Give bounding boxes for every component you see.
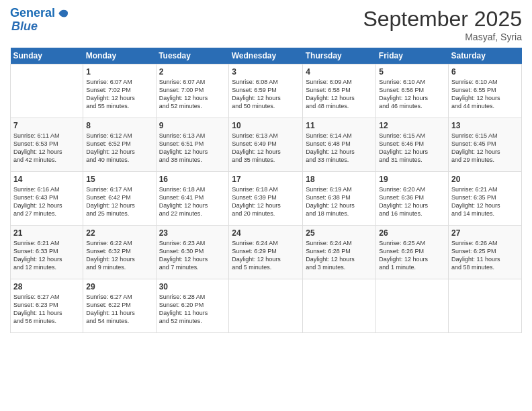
day-number: 6 (451, 67, 519, 77)
day-number: 3 (232, 67, 300, 77)
day-info: Sunrise: 6:28 AM Sunset: 6:20 PM Dayligh… (159, 293, 226, 326)
day-number: 30 (159, 282, 226, 291)
day-info: Sunrise: 6:25 AM Sunset: 6:26 PM Dayligh… (379, 239, 445, 272)
day-cell: 15Sunrise: 6:17 AM Sunset: 6:42 PM Dayli… (83, 172, 156, 226)
day-info: Sunrise: 6:12 AM Sunset: 6:52 PM Dayligh… (86, 132, 152, 165)
day-cell: 28Sunrise: 6:27 AM Sunset: 6:23 PM Dayli… (11, 279, 83, 333)
day-number: 21 (13, 228, 80, 238)
day-number: 1 (86, 67, 152, 77)
location: Masyaf, Syria (363, 32, 522, 42)
calendar-table: SundayMondayTuesdayWednesdayThursdayFrid… (10, 48, 522, 333)
day-info: Sunrise: 6:09 AM Sunset: 6:58 PM Dayligh… (306, 78, 373, 111)
day-number: 20 (451, 175, 519, 184)
day-cell: 25Sunrise: 6:24 AM Sunset: 6:28 PM Dayli… (303, 226, 376, 279)
day-number: 13 (451, 121, 519, 130)
day-info: Sunrise: 6:26 AM Sunset: 6:25 PM Dayligh… (451, 239, 519, 272)
day-cell: 26Sunrise: 6:25 AM Sunset: 6:26 PM Dayli… (376, 226, 449, 279)
logo-line2: Blue (11, 20, 38, 34)
week-row-3: 14Sunrise: 6:16 AM Sunset: 6:43 PM Dayli… (11, 172, 522, 226)
day-info: Sunrise: 6:23 AM Sunset: 6:30 PM Dayligh… (159, 239, 226, 272)
day-number: 7 (13, 121, 80, 130)
logo-text: General (10, 7, 55, 20)
logo: General Blue (10, 7, 70, 34)
day-info: Sunrise: 6:24 AM Sunset: 6:28 PM Dayligh… (306, 239, 373, 272)
day-info: Sunrise: 6:27 AM Sunset: 6:23 PM Dayligh… (13, 293, 80, 326)
day-cell: 27Sunrise: 6:26 AM Sunset: 6:25 PM Dayli… (449, 226, 522, 279)
day-info: Sunrise: 6:08 AM Sunset: 6:59 PM Dayligh… (232, 78, 300, 111)
day-cell (229, 279, 303, 333)
day-info: Sunrise: 6:19 AM Sunset: 6:38 PM Dayligh… (306, 185, 373, 218)
weekday-header-friday: Friday (376, 48, 449, 64)
day-number: 5 (379, 67, 445, 77)
page-container: General Blue September 2025 Masyaf, Syri… (0, 0, 532, 340)
day-number: 29 (86, 282, 152, 291)
day-info: Sunrise: 6:18 AM Sunset: 6:41 PM Dayligh… (159, 185, 226, 218)
day-cell: 19Sunrise: 6:20 AM Sunset: 6:36 PM Dayli… (376, 172, 449, 226)
day-info: Sunrise: 6:21 AM Sunset: 6:35 PM Dayligh… (451, 185, 519, 218)
day-number: 19 (379, 175, 445, 184)
page-header: General Blue September 2025 Masyaf, Syri… (10, 7, 522, 42)
day-number: 24 (232, 228, 300, 238)
day-cell (376, 279, 449, 333)
day-cell: 17Sunrise: 6:18 AM Sunset: 6:39 PM Dayli… (229, 172, 303, 226)
day-cell: 21Sunrise: 6:21 AM Sunset: 6:33 PM Dayli… (11, 226, 83, 279)
day-cell: 14Sunrise: 6:16 AM Sunset: 6:43 PM Dayli… (11, 172, 83, 226)
day-cell: 4Sunrise: 6:09 AM Sunset: 6:58 PM Daylig… (303, 64, 376, 118)
day-cell: 22Sunrise: 6:22 AM Sunset: 6:32 PM Dayli… (83, 226, 156, 279)
month-title: September 2025 (363, 7, 522, 32)
day-cell: 30Sunrise: 6:28 AM Sunset: 6:20 PM Dayli… (156, 279, 229, 333)
weekday-header-saturday: Saturday (449, 48, 522, 64)
day-number: 25 (306, 228, 373, 238)
day-number: 11 (306, 121, 373, 130)
day-number: 27 (451, 228, 519, 238)
day-cell: 20Sunrise: 6:21 AM Sunset: 6:35 PM Dayli… (449, 172, 522, 226)
day-number: 12 (379, 121, 445, 130)
day-info: Sunrise: 6:16 AM Sunset: 6:43 PM Dayligh… (13, 185, 80, 218)
week-row-2: 7Sunrise: 6:11 AM Sunset: 6:53 PM Daylig… (11, 118, 522, 172)
day-cell: 3Sunrise: 6:08 AM Sunset: 6:59 PM Daylig… (229, 64, 303, 118)
day-info: Sunrise: 6:18 AM Sunset: 6:39 PM Dayligh… (232, 185, 300, 218)
day-cell: 24Sunrise: 6:24 AM Sunset: 6:29 PM Dayli… (229, 226, 303, 279)
day-cell: 7Sunrise: 6:11 AM Sunset: 6:53 PM Daylig… (11, 118, 83, 172)
day-info: Sunrise: 6:27 AM Sunset: 6:22 PM Dayligh… (86, 293, 152, 326)
day-number: 28 (13, 282, 80, 291)
day-cell: 8Sunrise: 6:12 AM Sunset: 6:52 PM Daylig… (83, 118, 156, 172)
weekday-header-row: SundayMondayTuesdayWednesdayThursdayFrid… (11, 48, 522, 64)
day-cell (449, 279, 522, 333)
day-cell: 11Sunrise: 6:14 AM Sunset: 6:48 PM Dayli… (303, 118, 376, 172)
day-number: 9 (159, 121, 226, 130)
weekday-header-sunday: Sunday (11, 48, 83, 64)
day-number: 17 (232, 175, 300, 184)
day-cell: 13Sunrise: 6:15 AM Sunset: 6:45 PM Dayli… (449, 118, 522, 172)
week-row-4: 21Sunrise: 6:21 AM Sunset: 6:33 PM Dayli… (11, 226, 522, 279)
logo-icon (56, 7, 70, 20)
day-number: 14 (13, 175, 80, 184)
day-info: Sunrise: 6:10 AM Sunset: 6:55 PM Dayligh… (451, 78, 519, 111)
day-info: Sunrise: 6:15 AM Sunset: 6:45 PM Dayligh… (451, 132, 519, 165)
weekday-header-thursday: Thursday (303, 48, 376, 64)
day-number: 26 (379, 228, 445, 238)
day-cell: 9Sunrise: 6:13 AM Sunset: 6:51 PM Daylig… (156, 118, 229, 172)
day-cell (11, 64, 83, 118)
day-info: Sunrise: 6:21 AM Sunset: 6:33 PM Dayligh… (13, 239, 80, 272)
day-number: 23 (159, 228, 226, 238)
day-info: Sunrise: 6:22 AM Sunset: 6:32 PM Dayligh… (86, 239, 152, 272)
day-info: Sunrise: 6:07 AM Sunset: 7:00 PM Dayligh… (159, 78, 226, 111)
day-number: 15 (86, 175, 152, 184)
day-cell: 18Sunrise: 6:19 AM Sunset: 6:38 PM Dayli… (303, 172, 376, 226)
weekday-header-monday: Monday (83, 48, 156, 64)
day-cell: 2Sunrise: 6:07 AM Sunset: 7:00 PM Daylig… (156, 64, 229, 118)
day-number: 2 (159, 67, 226, 77)
day-info: Sunrise: 6:15 AM Sunset: 6:46 PM Dayligh… (379, 132, 445, 165)
day-number: 8 (86, 121, 152, 130)
week-row-5: 28Sunrise: 6:27 AM Sunset: 6:23 PM Dayli… (11, 279, 522, 333)
day-info: Sunrise: 6:20 AM Sunset: 6:36 PM Dayligh… (379, 185, 445, 218)
day-cell: 10Sunrise: 6:13 AM Sunset: 6:49 PM Dayli… (229, 118, 303, 172)
day-info: Sunrise: 6:13 AM Sunset: 6:49 PM Dayligh… (232, 132, 300, 165)
day-info: Sunrise: 6:24 AM Sunset: 6:29 PM Dayligh… (232, 239, 300, 272)
day-cell: 5Sunrise: 6:10 AM Sunset: 6:56 PM Daylig… (376, 64, 449, 118)
weekday-header-wednesday: Wednesday (229, 48, 303, 64)
day-number: 4 (306, 67, 373, 77)
day-info: Sunrise: 6:14 AM Sunset: 6:48 PM Dayligh… (306, 132, 373, 165)
day-cell: 12Sunrise: 6:15 AM Sunset: 6:46 PM Dayli… (376, 118, 449, 172)
